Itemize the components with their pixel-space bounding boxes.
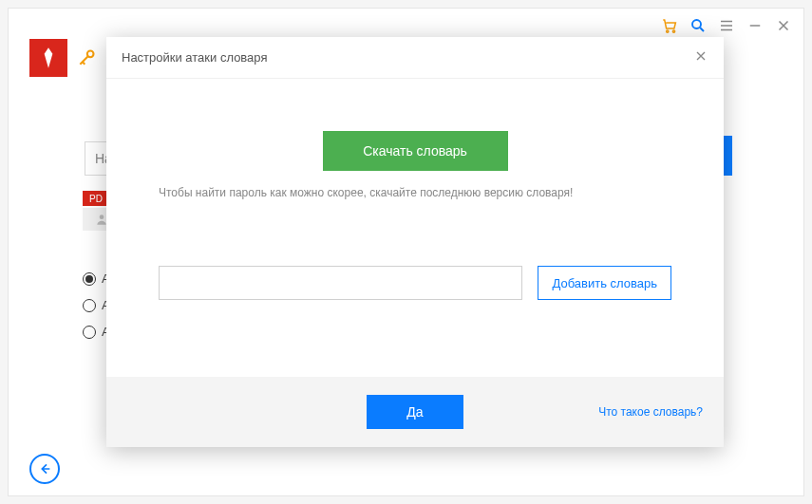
search-icon[interactable] [689,17,707,34]
key-icon [77,48,96,67]
radio-icon [83,299,96,312]
dictionary-path-input[interactable] [159,266,522,300]
svg-point-2 [692,20,701,28]
modal-title: Настройки атаки словаря [122,50,267,65]
modal-close-button[interactable] [693,48,708,67]
svg-point-1 [672,30,674,32]
modal-header: Настройки атаки словаря [106,37,724,79]
close-icon [693,48,708,64]
svg-point-0 [667,30,669,32]
modal-body: Скачать словарь Чтобы найти пароль как м… [106,79,724,377]
brand-logo-icon [29,39,67,77]
download-hint: Чтобы найти пароль как можно скорее, ска… [159,186,671,199]
radio-icon [83,326,96,339]
add-dictionary-button[interactable]: Добавить словарь [538,266,671,300]
svg-point-4 [100,215,104,219]
arrow-left-icon [37,461,52,476]
radio-icon [83,272,96,286]
cart-icon[interactable] [661,17,678,34]
svg-point-3 [87,51,94,58]
back-button[interactable] [29,454,60,484]
minimize-icon[interactable] [746,17,764,34]
dictionary-settings-modal: Настройки атаки словаря Скачать словарь … [106,37,724,447]
pdf-badge: PD [83,191,109,206]
download-dictionary-button[interactable]: Скачать словарь [323,131,508,171]
close-icon[interactable] [775,17,792,34]
dictionary-input-row: Добавить словарь [159,266,671,300]
menu-icon[interactable] [718,17,735,34]
modal-footer: Да Что такое словарь? [106,377,724,447]
what-is-dictionary-link[interactable]: Что такое словарь? [598,405,703,419]
ok-button[interactable]: Да [367,395,463,429]
app-window: Pas Наж ть PD А А А Настройки атаки слов… [8,8,804,496]
